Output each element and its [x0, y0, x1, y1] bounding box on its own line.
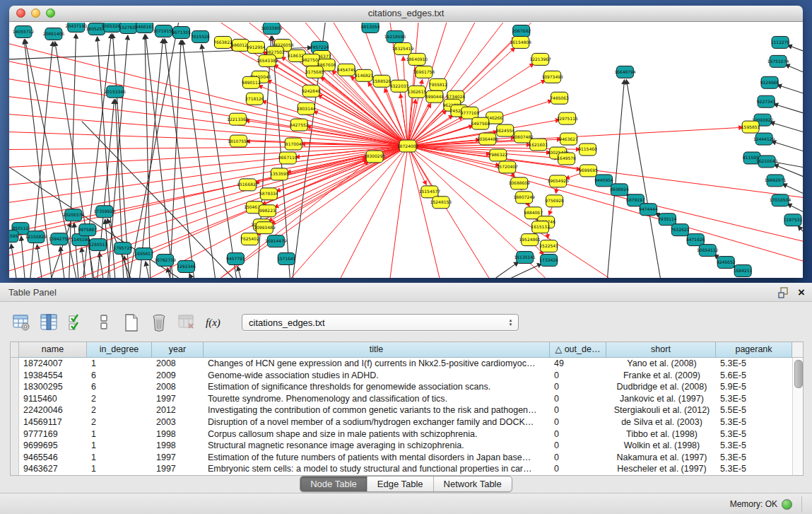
graph-node[interactable]: 9975887	[78, 224, 97, 236]
graph-node[interactable]: 2522541	[539, 240, 558, 252]
column-header-gutter[interactable]	[11, 342, 19, 358]
graph-node[interactable]: 7485063	[550, 92, 569, 104]
graph-edge[interactable]	[408, 67, 416, 146]
graph-edge[interactable]	[189, 274, 192, 278]
table-row[interactable]: 2242004622012Investigating the contribut…	[11, 404, 803, 416]
graph-node[interactable]: 10973493	[541, 71, 563, 83]
graph-node[interactable]: 1649578	[557, 153, 576, 165]
graph-node[interactable]: 20206576	[63, 209, 85, 221]
table-row[interactable]: 977716911998Corpus callosum shape and si…	[11, 428, 803, 440]
graph-node[interactable]: 7663822	[213, 36, 233, 48]
column-header-pagerank[interactable]: pagerank	[716, 342, 792, 358]
table-scrollbar-thumb[interactable]	[794, 360, 803, 388]
graph-node[interactable]: 1353595	[270, 168, 289, 180]
graph-edge[interactable]	[408, 146, 440, 278]
graph-edge[interactable]	[774, 104, 803, 113]
graph-node[interactable]: 8990448	[425, 90, 445, 103]
graph-node[interactable]: 8471626	[686, 234, 705, 246]
graph-edge[interactable]	[9, 146, 408, 203]
graph-edge[interactable]	[9, 115, 408, 146]
graph-node[interactable]: 9466161	[135, 23, 154, 33]
graph-node[interactable]: 7625402	[240, 233, 259, 245]
minimize-window-button[interactable]	[31, 8, 40, 18]
graph-node[interactable]: 8813054	[361, 23, 380, 33]
graph-node[interactable]: 12975115	[556, 112, 578, 124]
graph-node[interactable]: 5878334	[259, 188, 278, 200]
graph-node[interactable]: 9671355	[172, 26, 191, 38]
graph-node[interactable]: 18640910	[406, 53, 428, 65]
graph-node[interactable]: 9227343	[757, 95, 776, 107]
graph-node[interactable]: 12444129	[753, 133, 775, 145]
graph-node[interactable]: 9245652	[717, 257, 736, 269]
graph-node[interactable]: 18300295	[364, 151, 386, 163]
graph-node[interactable]: 10688609	[509, 177, 531, 189]
function-builder-icon[interactable]: f(x)	[204, 313, 224, 332]
table-scrollbar[interactable]	[792, 358, 803, 475]
graph-node[interactable]: 1615132	[531, 221, 550, 233]
graph-node[interactable]: 1684211	[734, 265, 753, 277]
clear-selection-icon[interactable]	[94, 313, 114, 332]
graph-node[interactable]: 13942757	[49, 233, 71, 245]
graph-node[interactable]: 7955812	[429, 78, 448, 90]
graph-edge[interactable]	[626, 80, 660, 278]
graph-node[interactable]: 9699695	[579, 165, 598, 177]
graph-node[interactable]: 15720407	[497, 161, 519, 173]
table-row[interactable]: 911546021997Tourette syndrome. Phenomeno…	[11, 393, 803, 405]
graph-node[interactable]: 8938924	[610, 184, 629, 196]
graph-node[interactable]: 1595851	[741, 121, 760, 133]
graph-node[interactable]: 9756928	[545, 195, 564, 207]
close-panel-icon[interactable]: ×	[798, 283, 805, 302]
graph-edge[interactable]	[785, 64, 803, 72]
graph-node[interactable]: 16543382	[257, 54, 278, 66]
graph-edge[interactable]	[408, 146, 500, 166]
tab-edge-table[interactable]: Edge Table	[367, 477, 434, 491]
table-selector-dropdown[interactable]: citations_edges.txt ▲▼	[242, 314, 519, 331]
graph-node[interactable]: 19892971	[765, 175, 787, 187]
graph-node[interactable]: 15166827	[237, 179, 259, 191]
graph-node[interactable]: 1250513	[88, 239, 107, 251]
graph-edge[interactable]	[21, 236, 25, 278]
graph-node[interactable]: 16154808	[510, 36, 532, 48]
graph-node[interactable]: 15154577	[419, 186, 441, 198]
graph-node[interactable]: 9463627	[559, 133, 578, 145]
graph-edge[interactable]	[770, 122, 803, 132]
window-titlebar[interactable]: citations_edges.txt	[9, 6, 803, 22]
tab-node-table[interactable]: Node Table	[300, 477, 367, 491]
graph-node[interactable]: 1571641	[277, 253, 296, 265]
graph-edge[interactable]	[772, 141, 803, 151]
graph-edge[interactable]	[237, 267, 240, 278]
table-row[interactable]: 1456911722003Disruption of a novel membe…	[11, 416, 803, 428]
graph-node[interactable]: 2718126	[245, 93, 264, 105]
graph-node[interactable]: 1588520	[372, 75, 392, 87]
graph-edge[interactable]	[512, 264, 542, 278]
graph-node[interactable]: 1621601	[529, 139, 548, 151]
graph-edge[interactable]	[408, 146, 803, 262]
column-header-in_degree[interactable]: in_degree	[87, 342, 152, 358]
graph-node[interactable]: 19218596	[384, 30, 406, 42]
table-settings-icon[interactable]	[11, 313, 31, 332]
graph-node[interactable]: 16210643	[756, 156, 778, 168]
graph-node[interactable]: 1695817	[134, 248, 153, 260]
graph-node[interactable]: 8427552	[290, 119, 309, 131]
graph-node[interactable]: 1112270	[771, 36, 790, 48]
graph-node[interactable]: 16782739	[154, 255, 176, 267]
graph-node[interactable]: 19524861	[519, 234, 541, 246]
graph-node[interactable]: 7986322	[488, 149, 507, 161]
graph-node[interactable]: 998223	[259, 205, 276, 217]
new-column-icon[interactable]	[122, 313, 141, 332]
graph-node[interactable]: 12213363	[227, 113, 249, 125]
graph-node[interactable]: 9890112	[242, 76, 261, 88]
graph-node[interactable]: 15751074	[767, 55, 789, 67]
delete-table-icon[interactable]	[177, 313, 196, 332]
graph-node[interactable]: 20437190	[66, 23, 88, 32]
graph-node[interactable]: 2803144	[297, 103, 316, 115]
table-row[interactable]: 1938455462009Genome-wide association stu…	[11, 370, 803, 382]
graph-node[interactable]: 8667110	[278, 152, 298, 164]
graph-edge[interactable]	[9, 146, 408, 238]
graph-node[interactable]: 15248153	[430, 197, 452, 209]
graph-node[interactable]: 1362615	[408, 86, 427, 98]
table-row[interactable]: 969969511998Structural magnetic resonanc…	[11, 440, 803, 452]
graph-edge[interactable]	[787, 204, 803, 211]
graph-node[interactable]: 9440954	[594, 175, 613, 187]
graph-node[interactable]: 2087682	[512, 25, 531, 37]
